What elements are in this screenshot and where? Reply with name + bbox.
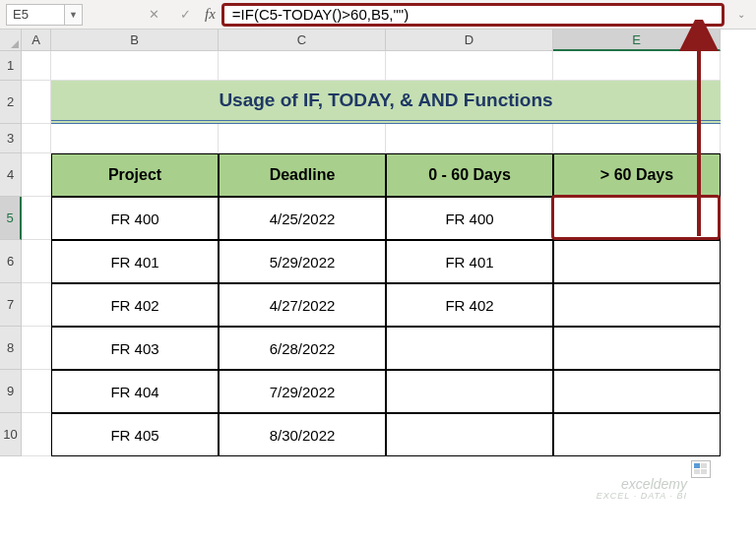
select-all-triangle[interactable] bbox=[0, 30, 22, 51]
cancel-icon[interactable]: ✕ bbox=[142, 3, 165, 27]
row-header-1[interactable]: 1 bbox=[0, 51, 22, 81]
column-header-C[interactable]: C bbox=[219, 30, 386, 51]
row-header-8[interactable]: 8 bbox=[0, 327, 22, 370]
table-cell[interactable] bbox=[386, 413, 553, 456]
watermark-tagline: EXCEL · DATA · BI bbox=[597, 492, 687, 502]
cell-A8[interactable] bbox=[22, 327, 51, 370]
cell-E3[interactable] bbox=[553, 124, 721, 153]
enter-icon[interactable]: ✓ bbox=[173, 3, 197, 27]
table-cell[interactable]: FR 400 bbox=[386, 197, 553, 240]
table-cell[interactable]: 7/29/2022 bbox=[219, 370, 386, 413]
cell-E1[interactable] bbox=[553, 51, 721, 81]
table-cell[interactable] bbox=[386, 370, 553, 413]
row-header-3[interactable]: 3 bbox=[0, 124, 22, 153]
table-cell[interactable] bbox=[553, 413, 721, 456]
name-box[interactable]: E5 bbox=[6, 4, 65, 26]
sheet-title: Usage of IF, TODAY, & AND Functions bbox=[51, 81, 721, 124]
cell-A4[interactable] bbox=[22, 153, 51, 197]
cell-A5[interactable] bbox=[22, 197, 51, 240]
column-headers: ABCDE bbox=[22, 30, 721, 51]
cell-A3[interactable] bbox=[22, 124, 51, 153]
table-header[interactable]: 0 - 60 Days bbox=[386, 153, 553, 197]
row-header-10[interactable]: 10 bbox=[0, 413, 22, 456]
formula-bar-buttons: ✕ ✓ bbox=[142, 3, 197, 27]
table-cell[interactable]: 6/28/2022 bbox=[219, 327, 386, 370]
table-cell[interactable] bbox=[386, 327, 553, 370]
formula-bar-expand-icon[interactable]: ⌄ bbox=[732, 6, 750, 24]
cell-A9[interactable] bbox=[22, 370, 51, 413]
watermark-brand: exceldemy bbox=[621, 476, 687, 492]
table-cell[interactable]: FR 402 bbox=[51, 283, 219, 327]
table-cell[interactable]: 4/27/2022 bbox=[219, 283, 386, 327]
formula-bar-input[interactable]: =IF(C5-TODAY()>60,B5,"") bbox=[221, 3, 724, 27]
table-cell[interactable]: FR 402 bbox=[386, 283, 553, 327]
cell-C3[interactable] bbox=[219, 124, 386, 153]
table-cell[interactable]: FR 405 bbox=[51, 413, 219, 456]
table-cell[interactable] bbox=[553, 197, 721, 240]
cell-A6[interactable] bbox=[22, 240, 51, 283]
svg-rect-3 bbox=[701, 469, 707, 474]
name-box-dropdown[interactable]: ▼ bbox=[65, 4, 83, 26]
table-header[interactable]: Project bbox=[51, 153, 219, 197]
row-header-9[interactable]: 9 bbox=[0, 370, 22, 413]
table-cell[interactable] bbox=[553, 370, 721, 413]
table-header[interactable]: Deadline bbox=[219, 153, 386, 197]
table-cell[interactable]: FR 404 bbox=[51, 370, 219, 413]
watermark: exceldemy EXCEL · DATA · BI bbox=[597, 477, 687, 502]
table-cell[interactable]: 5/29/2022 bbox=[219, 240, 386, 283]
svg-rect-0 bbox=[694, 463, 700, 468]
row-header-2[interactable]: 2 bbox=[0, 81, 22, 124]
table-cell[interactable] bbox=[553, 327, 721, 370]
row-header-6[interactable]: 6 bbox=[0, 240, 22, 283]
cell-B3[interactable] bbox=[51, 124, 219, 153]
table-cell[interactable]: 8/30/2022 bbox=[219, 413, 386, 456]
table-cell[interactable]: FR 400 bbox=[51, 197, 219, 240]
cell-A1[interactable] bbox=[22, 51, 51, 81]
table-cell[interactable]: FR 401 bbox=[386, 240, 553, 283]
table-cell[interactable]: FR 401 bbox=[51, 240, 219, 283]
formula-bar-row: E5 ▼ ✕ ✓ fx =IF(C5-TODAY()>60,B5,"") ⌄ bbox=[0, 0, 756, 30]
table-cell[interactable]: 4/25/2022 bbox=[219, 197, 386, 240]
autofill-options-icon[interactable] bbox=[691, 460, 711, 478]
column-header-D[interactable]: D bbox=[386, 30, 553, 51]
cell-D1[interactable] bbox=[386, 51, 553, 81]
row-header-4[interactable]: 4 bbox=[0, 153, 22, 197]
table-cell[interactable] bbox=[553, 283, 721, 327]
cell-B1[interactable] bbox=[51, 51, 219, 81]
column-header-E[interactable]: E bbox=[553, 30, 721, 51]
column-header-B[interactable]: B bbox=[51, 30, 219, 51]
cell-A2[interactable] bbox=[22, 81, 51, 124]
table-cell[interactable]: FR 403 bbox=[51, 327, 219, 370]
cell-C1[interactable] bbox=[219, 51, 386, 81]
row-headers: 12345678910 bbox=[0, 51, 22, 456]
row-header-5[interactable]: 5 bbox=[0, 197, 22, 240]
table-cell[interactable] bbox=[553, 240, 721, 283]
svg-rect-1 bbox=[701, 463, 707, 468]
svg-rect-2 bbox=[694, 469, 700, 474]
row-header-7[interactable]: 7 bbox=[0, 283, 22, 327]
cell-D3[interactable] bbox=[386, 124, 553, 153]
fx-icon[interactable]: fx bbox=[205, 6, 216, 23]
cell-A7[interactable] bbox=[22, 283, 51, 327]
cell-A10[interactable] bbox=[22, 413, 51, 456]
table-header[interactable]: > 60 Days bbox=[553, 153, 721, 197]
column-header-A[interactable]: A bbox=[22, 30, 51, 51]
